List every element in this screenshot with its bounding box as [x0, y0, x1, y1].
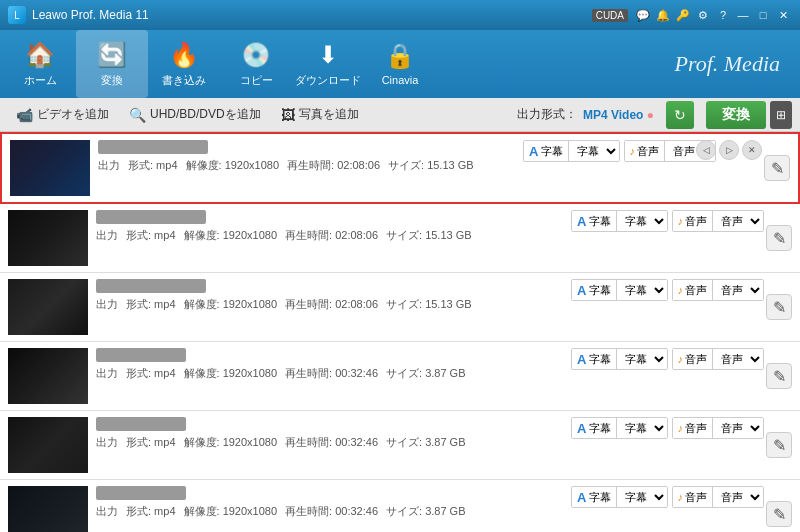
- subtitle-icon-part: A 字幕: [572, 418, 616, 438]
- edit-button[interactable]: ✎: [766, 294, 792, 320]
- add-uhd-button[interactable]: 🔍 UHD/BD/DVDを追加: [121, 102, 269, 127]
- duration-label: 再生時間: 00:32:46: [285, 366, 378, 381]
- audio-icon-part: ♪ 音声: [673, 349, 714, 369]
- toolbar-copy-label: コピー: [240, 73, 273, 88]
- media-title-bar: [98, 140, 208, 154]
- subtitle-dropdown[interactable]: 字幕: [617, 211, 667, 231]
- output-format-value[interactable]: MP4 Video ●: [583, 108, 654, 122]
- audio-icon-part: ♪ 音声: [625, 141, 666, 161]
- media-list: 出力 形式: mp4 解像度: 1920x1080 再生時間: 02:08:06…: [0, 132, 800, 532]
- audio-dropdown[interactable]: 音声: [713, 487, 763, 507]
- subtitle-dropdown[interactable]: 字幕: [617, 280, 667, 300]
- audio-dropdown[interactable]: 音声: [713, 280, 763, 300]
- audio-dropdown[interactable]: 音声: [713, 349, 763, 369]
- music-icon: ♪: [678, 284, 684, 296]
- chat-button[interactable]: 🔔: [654, 6, 672, 24]
- toolbar-burn[interactable]: 🔥 書き込み: [148, 30, 220, 98]
- media-row: 出力 形式: mp4 解像度: 1920x1080 再生時間: 02:08:06…: [0, 273, 800, 342]
- subtitle-select-box[interactable]: A 字幕 字幕: [523, 140, 619, 162]
- subtitle-a-icon: A: [577, 214, 586, 229]
- convert-button[interactable]: 変換: [706, 101, 766, 129]
- refresh-icon: ↻: [674, 107, 686, 123]
- output-label: 出力: [96, 366, 118, 381]
- toolbar-home[interactable]: 🏠 ホーム: [4, 30, 76, 98]
- cinavia-icon: 🔒: [385, 42, 415, 70]
- burn-icon: 🔥: [169, 41, 199, 69]
- duration-label: 再生時間: 02:08:06: [287, 158, 380, 173]
- audio-select-box[interactable]: ♪ 音声 音声: [672, 279, 765, 301]
- brand-logo: Prof. Media: [675, 51, 781, 77]
- window-minimize[interactable]: —: [734, 6, 752, 24]
- edit-button[interactable]: ✎: [766, 225, 792, 251]
- home-icon: 🏠: [25, 41, 55, 69]
- subtitle-dropdown[interactable]: 字幕: [617, 487, 667, 507]
- subtitle-dropdown[interactable]: 字幕: [569, 141, 619, 161]
- media-thumbnail: [8, 348, 88, 404]
- size-label: サイズ: 3.87 GB: [386, 504, 465, 519]
- media-row: 出力 形式: mp4 解像度: 1920x1080 再生時間: 02:08:06…: [0, 132, 800, 204]
- size-label: サイズ: 3.87 GB: [386, 366, 465, 381]
- subtitle-select-box[interactable]: A 字幕 字幕: [571, 348, 667, 370]
- media-thumbnail: [8, 486, 88, 532]
- nav-controls-row: ◁ ▷ ✕: [696, 140, 762, 160]
- toolbar: 🏠 ホーム 🔄 変換 🔥 書き込み 💿 コピー ⬇ ダウンロード 🔒 Cinav…: [0, 30, 800, 98]
- nav-x-btn[interactable]: ✕: [742, 140, 762, 160]
- audio-label: 音声: [685, 490, 707, 505]
- audio-select-box[interactable]: ♪ 音声 音声: [672, 486, 765, 508]
- add-video-label: ビデオを追加: [37, 106, 109, 123]
- window-close[interactable]: ✕: [774, 6, 792, 24]
- edit-icon: ✎: [773, 436, 786, 455]
- subtitle-select-box[interactable]: A 字幕 字幕: [571, 486, 667, 508]
- select-controls: A 字幕 字幕 ♪ 音声 音声: [523, 140, 716, 162]
- subtitle-select-box[interactable]: A 字幕 字幕: [571, 210, 667, 232]
- media-row: 出力 形式: mp4 解像度: 1920x1080 再生時間: 00:32:46…: [0, 411, 800, 480]
- edit-button[interactable]: ✎: [766, 363, 792, 389]
- toolbar-copy[interactable]: 💿 コピー: [220, 30, 292, 98]
- audio-select-box[interactable]: ♪ 音声 音声: [672, 210, 765, 232]
- music-icon: ♪: [678, 491, 684, 503]
- music-icon: ♪: [678, 353, 684, 365]
- media-title-bar: [96, 348, 186, 362]
- subtitle-dropdown[interactable]: 字幕: [617, 418, 667, 438]
- size-label: サイズ: 3.87 GB: [386, 435, 465, 450]
- size-label: サイズ: 15.13 GB: [388, 158, 474, 173]
- audio-select-box[interactable]: ♪ 音声 音声: [672, 348, 765, 370]
- titlebar-controls[interactable]: 💬 🔔 🔑 ⚙ ? — □ ✕: [634, 6, 792, 24]
- media-row: 出力 形式: mp4 解像度: 1920x1080 再生時間: 00:32:46…: [0, 480, 800, 532]
- window-maximize[interactable]: □: [754, 6, 772, 24]
- settings-button[interactable]: ⚙: [694, 6, 712, 24]
- edit-icon: ✎: [773, 505, 786, 524]
- app-icon: L: [8, 6, 26, 24]
- edit-button[interactable]: ✎: [766, 432, 792, 458]
- subtitle-label: 字幕: [589, 352, 611, 367]
- subtitle-select-box[interactable]: A 字幕 字幕: [571, 417, 667, 439]
- toolbar-convert[interactable]: 🔄 変換: [76, 30, 148, 98]
- edit-button[interactable]: ✎: [764, 155, 790, 181]
- toolbar-cinavia-label: Cinavia: [382, 74, 419, 86]
- minimize-button[interactable]: 💬: [634, 6, 652, 24]
- subtitle-label: 字幕: [589, 490, 611, 505]
- toolbar-download[interactable]: ⬇ ダウンロード: [292, 30, 364, 98]
- refresh-button[interactable]: ↻: [666, 101, 694, 129]
- select-controls: A 字幕 字幕 ♪ 音声 音声: [571, 279, 764, 301]
- add-video-button[interactable]: 📹 ビデオを追加: [8, 102, 117, 127]
- audio-select-box[interactable]: ♪ 音声 音声: [672, 417, 765, 439]
- toolbar-home-label: ホーム: [24, 73, 57, 88]
- add-photo-button[interactable]: 🖼 写真を追加: [273, 102, 367, 127]
- key-button[interactable]: 🔑: [674, 6, 692, 24]
- nav-prev-btn[interactable]: ◁: [696, 140, 716, 160]
- grid-layout-button[interactable]: ⊞: [770, 101, 792, 129]
- select-controls: A 字幕 字幕 ♪ 音声 音声: [571, 417, 764, 439]
- help-button[interactable]: ?: [714, 6, 732, 24]
- resolution-label: 解像度: 1920x1080: [186, 158, 280, 173]
- toolbar-cinavia[interactable]: 🔒 Cinavia: [364, 30, 436, 98]
- subtitle-dropdown[interactable]: 字幕: [617, 349, 667, 369]
- output-label: 出力: [96, 435, 118, 450]
- audio-dropdown[interactable]: 音声: [713, 418, 763, 438]
- add-video-icon: 📹: [16, 107, 33, 123]
- nav-next-btn[interactable]: ▷: [719, 140, 739, 160]
- subtitle-label: 字幕: [589, 214, 611, 229]
- subtitle-select-box[interactable]: A 字幕 字幕: [571, 279, 667, 301]
- edit-button[interactable]: ✎: [766, 501, 792, 527]
- audio-dropdown[interactable]: 音声: [713, 211, 763, 231]
